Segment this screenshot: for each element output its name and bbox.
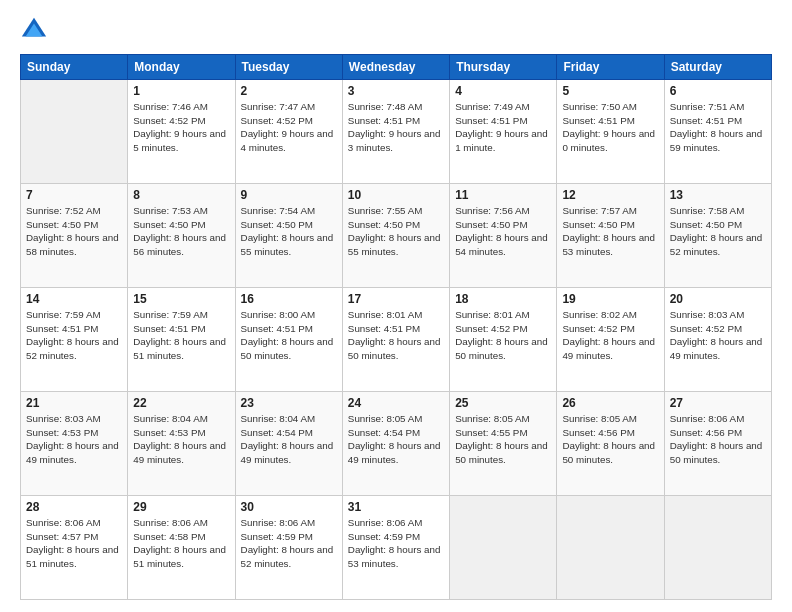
- day-info: Sunrise: 7:47 AMSunset: 4:52 PMDaylight:…: [241, 100, 337, 155]
- calendar-cell: 11Sunrise: 7:56 AMSunset: 4:50 PMDayligh…: [450, 184, 557, 288]
- day-info: Sunrise: 7:56 AMSunset: 4:50 PMDaylight:…: [455, 204, 551, 259]
- day-number: 27: [670, 396, 766, 410]
- day-info: Sunrise: 8:05 AMSunset: 4:54 PMDaylight:…: [348, 412, 444, 467]
- day-info: Sunrise: 7:57 AMSunset: 4:50 PMDaylight:…: [562, 204, 658, 259]
- calendar-cell: [557, 496, 664, 600]
- page: SundayMondayTuesdayWednesdayThursdayFrid…: [0, 0, 792, 612]
- day-info: Sunrise: 8:06 AMSunset: 4:56 PMDaylight:…: [670, 412, 766, 467]
- day-info: Sunrise: 7:46 AMSunset: 4:52 PMDaylight:…: [133, 100, 229, 155]
- day-info: Sunrise: 8:00 AMSunset: 4:51 PMDaylight:…: [241, 308, 337, 363]
- calendar-cell: 2Sunrise: 7:47 AMSunset: 4:52 PMDaylight…: [235, 80, 342, 184]
- calendar-cell: 9Sunrise: 7:54 AMSunset: 4:50 PMDaylight…: [235, 184, 342, 288]
- calendar-cell: 1Sunrise: 7:46 AMSunset: 4:52 PMDaylight…: [128, 80, 235, 184]
- day-info: Sunrise: 8:03 AMSunset: 4:53 PMDaylight:…: [26, 412, 122, 467]
- day-number: 5: [562, 84, 658, 98]
- day-number: 11: [455, 188, 551, 202]
- calendar-cell: 3Sunrise: 7:48 AMSunset: 4:51 PMDaylight…: [342, 80, 449, 184]
- day-info: Sunrise: 7:48 AMSunset: 4:51 PMDaylight:…: [348, 100, 444, 155]
- day-number: 23: [241, 396, 337, 410]
- day-info: Sunrise: 8:05 AMSunset: 4:55 PMDaylight:…: [455, 412, 551, 467]
- day-number: 30: [241, 500, 337, 514]
- day-number: 14: [26, 292, 122, 306]
- day-info: Sunrise: 7:49 AMSunset: 4:51 PMDaylight:…: [455, 100, 551, 155]
- day-info: Sunrise: 8:03 AMSunset: 4:52 PMDaylight:…: [670, 308, 766, 363]
- calendar-cell: 23Sunrise: 8:04 AMSunset: 4:54 PMDayligh…: [235, 392, 342, 496]
- day-info: Sunrise: 7:55 AMSunset: 4:50 PMDaylight:…: [348, 204, 444, 259]
- calendar-cell: 13Sunrise: 7:58 AMSunset: 4:50 PMDayligh…: [664, 184, 771, 288]
- calendar-cell: 4Sunrise: 7:49 AMSunset: 4:51 PMDaylight…: [450, 80, 557, 184]
- calendar-cell: [664, 496, 771, 600]
- weekday-sunday: Sunday: [21, 55, 128, 80]
- day-info: Sunrise: 8:01 AMSunset: 4:51 PMDaylight:…: [348, 308, 444, 363]
- day-number: 22: [133, 396, 229, 410]
- day-number: 29: [133, 500, 229, 514]
- day-number: 9: [241, 188, 337, 202]
- day-number: 12: [562, 188, 658, 202]
- day-info: Sunrise: 7:52 AMSunset: 4:50 PMDaylight:…: [26, 204, 122, 259]
- weekday-saturday: Saturday: [664, 55, 771, 80]
- calendar-cell: 15Sunrise: 7:59 AMSunset: 4:51 PMDayligh…: [128, 288, 235, 392]
- day-number: 28: [26, 500, 122, 514]
- calendar-cell: [450, 496, 557, 600]
- calendar-cell: 14Sunrise: 7:59 AMSunset: 4:51 PMDayligh…: [21, 288, 128, 392]
- week-row-1: 7Sunrise: 7:52 AMSunset: 4:50 PMDaylight…: [21, 184, 772, 288]
- day-info: Sunrise: 8:06 AMSunset: 4:59 PMDaylight:…: [241, 516, 337, 571]
- week-row-3: 21Sunrise: 8:03 AMSunset: 4:53 PMDayligh…: [21, 392, 772, 496]
- weekday-friday: Friday: [557, 55, 664, 80]
- calendar-cell: 29Sunrise: 8:06 AMSunset: 4:58 PMDayligh…: [128, 496, 235, 600]
- day-info: Sunrise: 8:06 AMSunset: 4:59 PMDaylight:…: [348, 516, 444, 571]
- calendar-cell: 12Sunrise: 7:57 AMSunset: 4:50 PMDayligh…: [557, 184, 664, 288]
- day-info: Sunrise: 8:06 AMSunset: 4:57 PMDaylight:…: [26, 516, 122, 571]
- day-number: 18: [455, 292, 551, 306]
- calendar-cell: 16Sunrise: 8:00 AMSunset: 4:51 PMDayligh…: [235, 288, 342, 392]
- calendar-cell: 5Sunrise: 7:50 AMSunset: 4:51 PMDaylight…: [557, 80, 664, 184]
- calendar-cell: [21, 80, 128, 184]
- day-info: Sunrise: 7:53 AMSunset: 4:50 PMDaylight:…: [133, 204, 229, 259]
- day-number: 4: [455, 84, 551, 98]
- day-number: 16: [241, 292, 337, 306]
- day-number: 7: [26, 188, 122, 202]
- day-number: 25: [455, 396, 551, 410]
- weekday-tuesday: Tuesday: [235, 55, 342, 80]
- day-number: 17: [348, 292, 444, 306]
- day-number: 31: [348, 500, 444, 514]
- week-row-0: 1Sunrise: 7:46 AMSunset: 4:52 PMDaylight…: [21, 80, 772, 184]
- calendar-cell: 28Sunrise: 8:06 AMSunset: 4:57 PMDayligh…: [21, 496, 128, 600]
- calendar-cell: 30Sunrise: 8:06 AMSunset: 4:59 PMDayligh…: [235, 496, 342, 600]
- weekday-wednesday: Wednesday: [342, 55, 449, 80]
- day-info: Sunrise: 8:04 AMSunset: 4:53 PMDaylight:…: [133, 412, 229, 467]
- day-info: Sunrise: 8:02 AMSunset: 4:52 PMDaylight:…: [562, 308, 658, 363]
- day-number: 13: [670, 188, 766, 202]
- day-number: 1: [133, 84, 229, 98]
- day-info: Sunrise: 8:04 AMSunset: 4:54 PMDaylight:…: [241, 412, 337, 467]
- weekday-monday: Monday: [128, 55, 235, 80]
- calendar: SundayMondayTuesdayWednesdayThursdayFrid…: [20, 54, 772, 600]
- week-row-4: 28Sunrise: 8:06 AMSunset: 4:57 PMDayligh…: [21, 496, 772, 600]
- weekday-row: SundayMondayTuesdayWednesdayThursdayFrid…: [21, 55, 772, 80]
- day-number: 3: [348, 84, 444, 98]
- day-info: Sunrise: 7:58 AMSunset: 4:50 PMDaylight:…: [670, 204, 766, 259]
- day-info: Sunrise: 8:05 AMSunset: 4:56 PMDaylight:…: [562, 412, 658, 467]
- day-number: 19: [562, 292, 658, 306]
- calendar-cell: 25Sunrise: 8:05 AMSunset: 4:55 PMDayligh…: [450, 392, 557, 496]
- day-info: Sunrise: 7:50 AMSunset: 4:51 PMDaylight:…: [562, 100, 658, 155]
- day-number: 20: [670, 292, 766, 306]
- day-number: 15: [133, 292, 229, 306]
- calendar-cell: 20Sunrise: 8:03 AMSunset: 4:52 PMDayligh…: [664, 288, 771, 392]
- day-number: 2: [241, 84, 337, 98]
- week-row-2: 14Sunrise: 7:59 AMSunset: 4:51 PMDayligh…: [21, 288, 772, 392]
- calendar-cell: 27Sunrise: 8:06 AMSunset: 4:56 PMDayligh…: [664, 392, 771, 496]
- calendar-cell: 6Sunrise: 7:51 AMSunset: 4:51 PMDaylight…: [664, 80, 771, 184]
- calendar-cell: 7Sunrise: 7:52 AMSunset: 4:50 PMDaylight…: [21, 184, 128, 288]
- day-number: 21: [26, 396, 122, 410]
- day-number: 8: [133, 188, 229, 202]
- calendar-cell: 19Sunrise: 8:02 AMSunset: 4:52 PMDayligh…: [557, 288, 664, 392]
- logo-icon: [20, 16, 48, 44]
- calendar-cell: 22Sunrise: 8:04 AMSunset: 4:53 PMDayligh…: [128, 392, 235, 496]
- day-number: 10: [348, 188, 444, 202]
- calendar-header: SundayMondayTuesdayWednesdayThursdayFrid…: [21, 55, 772, 80]
- day-number: 6: [670, 84, 766, 98]
- day-info: Sunrise: 7:59 AMSunset: 4:51 PMDaylight:…: [26, 308, 122, 363]
- calendar-cell: 10Sunrise: 7:55 AMSunset: 4:50 PMDayligh…: [342, 184, 449, 288]
- header: [20, 16, 772, 44]
